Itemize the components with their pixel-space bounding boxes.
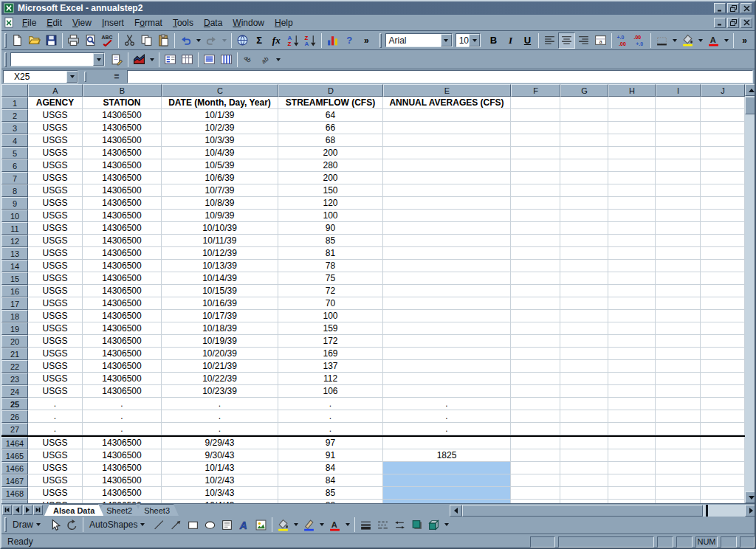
cell[interactable]: 14306500 [83,385,162,398]
cell[interactable] [701,172,745,184]
cell[interactable]: . [162,423,278,435]
cell[interactable]: 10/13/39 [162,260,278,272]
cell[interactable]: 90 [278,222,383,235]
cell[interactable]: 10/3/43 [162,487,278,500]
cell[interactable]: 64 [278,109,383,122]
cell[interactable] [560,109,608,122]
cell[interactable] [608,437,656,449]
cell[interactable] [608,172,656,184]
more-buttons-icon[interactable]: » [736,32,753,49]
row-header-15[interactable]: 15 [1,272,28,285]
cell[interactable] [608,210,656,222]
cell[interactable]: 14306500 [83,235,162,247]
shadow-icon[interactable] [408,517,425,533]
cell[interactable] [701,385,745,398]
scroll-up-icon[interactable] [745,84,756,96]
scroll-left-icon[interactable] [450,505,462,517]
cell[interactable] [511,423,560,435]
cell[interactable] [511,487,560,500]
draw-menu-button[interactable]: Draw [9,517,47,532]
cell[interactable] [701,449,745,462]
cell[interactable] [383,134,511,147]
column-header-h[interactable]: H [608,84,656,97]
row-header-12[interactable]: 12 [1,235,28,247]
menu-edit[interactable]: Edit [41,15,67,30]
insert-hyperlink-icon[interactable] [234,32,251,49]
cell[interactable] [701,410,745,423]
cell[interactable]: USGS [28,272,83,285]
align-left-icon[interactable] [541,32,558,49]
cell[interactable]: USGS [28,437,83,449]
cell[interactable] [383,222,511,235]
rotate-text-down-icon[interactable]: ab [240,52,257,68]
column-header-c[interactable]: C [162,84,278,97]
cell[interactable]: 100 [278,310,383,322]
sort-descending-icon[interactable]: ZA [302,32,319,49]
cell[interactable] [383,335,511,348]
cell[interactable] [608,410,656,423]
row-header-4[interactable]: 4 [1,134,28,147]
column-header-g[interactable]: G [560,84,608,97]
row-header-1[interactable]: 1 [1,97,28,109]
cell[interactable] [608,297,656,310]
cell[interactable]: 97 [278,437,383,449]
cell[interactable] [608,348,656,360]
cell[interactable]: 10/23/39 [162,385,278,398]
cell[interactable] [608,449,656,462]
cell[interactable]: 169 [278,348,383,360]
cell[interactable] [656,247,701,260]
cell[interactable]: USGS [28,474,83,487]
cell[interactable]: . [383,398,511,410]
cell[interactable] [511,373,560,385]
cell[interactable] [608,159,656,172]
spelling-icon[interactable]: ABC [99,32,116,49]
cell[interactable]: . [28,398,83,410]
cell[interactable] [511,184,560,197]
cell[interactable] [656,134,701,147]
cell[interactable]: 84 [278,462,383,474]
select-all-corner[interactable] [1,84,28,97]
chart-small-icon[interactable] [131,52,148,68]
cell[interactable] [656,335,701,348]
cell[interactable]: 84 [278,474,383,487]
cell[interactable]: 14306500 [83,449,162,462]
cell[interactable] [511,197,560,210]
toolbar-handle[interactable] [4,517,7,532]
cell[interactable] [656,147,701,159]
row-header-19[interactable]: 19 [1,322,28,335]
cell[interactable] [560,210,608,222]
cell[interactable] [656,172,701,184]
cell[interactable] [383,322,511,335]
oval-icon[interactable] [202,517,219,533]
cell[interactable]: USGS [28,335,83,348]
cut-icon[interactable] [121,32,138,49]
font-name-dropdown-icon[interactable] [441,34,452,46]
workbook-icon[interactable] [4,17,15,28]
cell[interactable]: 10/22/39 [162,373,278,385]
cell[interactable]: USGS [28,122,83,134]
cell[interactable] [608,462,656,474]
cell[interactable] [656,109,701,122]
cell[interactable] [511,122,560,134]
cell[interactable] [701,310,745,322]
cell[interactable]: STATION [83,97,162,109]
cell[interactable] [383,109,511,122]
cell[interactable] [701,462,745,474]
cell[interactable] [701,122,745,134]
cell[interactable] [511,348,560,360]
underline-icon[interactable]: U [519,32,536,49]
row-header-23[interactable]: 23 [1,373,28,385]
cell[interactable] [511,235,560,247]
open-folder-icon[interactable] [26,32,43,49]
cell[interactable] [608,134,656,147]
cell[interactable] [560,260,608,272]
chart-wizard-icon[interactable] [324,32,341,49]
paste-icon[interactable] [155,32,172,49]
cell[interactable] [511,159,560,172]
name-box-dropdown-icon[interactable] [66,71,78,83]
cell[interactable] [608,235,656,247]
cell[interactable]: 10/6/39 [162,172,278,184]
cell[interactable] [701,159,745,172]
cell[interactable]: 1825 [383,449,511,462]
cell[interactable] [560,285,608,297]
